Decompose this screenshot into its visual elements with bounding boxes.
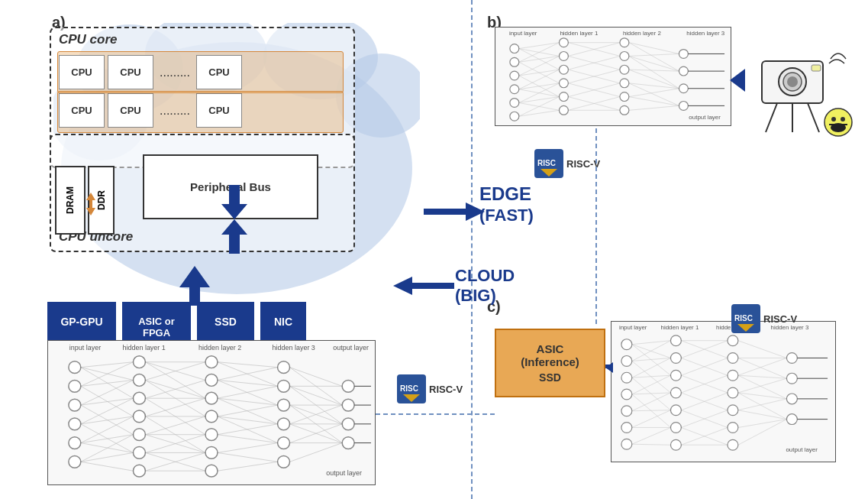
svg-point-132 bbox=[559, 38, 568, 47]
svg-line-263 bbox=[738, 393, 787, 420]
svg-point-126 bbox=[510, 44, 519, 53]
svg-text:hidden layer 3: hidden layer 3 bbox=[686, 30, 724, 37]
svg-point-220 bbox=[786, 373, 797, 384]
svg-line-87 bbox=[218, 362, 278, 368]
svg-point-144 bbox=[679, 50, 688, 59]
edge-label: EDGE (FAST) bbox=[479, 183, 534, 225]
svg-line-185 bbox=[629, 83, 679, 106]
risc-v-logo-c: RISC RISC-V bbox=[731, 304, 797, 333]
svg-line-178 bbox=[629, 43, 679, 71]
svg-point-131 bbox=[510, 112, 519, 121]
svg-line-265 bbox=[738, 410, 787, 420]
svg-line-177 bbox=[629, 43, 679, 54]
svg-point-34 bbox=[205, 392, 218, 404]
asic-inference-label: ASIC(Inference) bbox=[521, 342, 579, 368]
svg-point-207 bbox=[670, 370, 681, 381]
svg-point-209 bbox=[670, 405, 681, 416]
svg-point-27 bbox=[133, 392, 145, 404]
svg-line-288 bbox=[766, 103, 777, 132]
upward-arrow-main bbox=[176, 266, 214, 309]
svg-line-266 bbox=[738, 420, 787, 428]
svg-line-180 bbox=[629, 56, 679, 71]
svg-point-219 bbox=[786, 353, 797, 364]
svg-marker-10 bbox=[221, 185, 247, 219]
svg-point-20 bbox=[69, 380, 81, 392]
svg-text:RISC: RISC bbox=[734, 314, 753, 322]
svg-point-201 bbox=[621, 389, 632, 400]
svg-text:output layer: output layer bbox=[326, 469, 362, 477]
svg-line-187 bbox=[629, 97, 679, 106]
svg-point-198 bbox=[621, 339, 632, 350]
cpu-box-1-1: CPU bbox=[59, 55, 105, 89]
svg-point-208 bbox=[670, 387, 681, 398]
svg-line-182 bbox=[629, 70, 679, 71]
svg-point-140 bbox=[620, 65, 629, 74]
svg-line-262 bbox=[738, 393, 787, 399]
svg-point-28 bbox=[133, 410, 145, 423]
nn-b-to-camera-arrow bbox=[730, 69, 753, 95]
svg-point-212 bbox=[728, 335, 738, 346]
svg-line-264 bbox=[738, 399, 787, 410]
svg-marker-9 bbox=[221, 219, 247, 254]
svg-rect-7 bbox=[89, 200, 92, 208]
svg-line-227 bbox=[632, 358, 671, 361]
svg-point-203 bbox=[621, 423, 632, 433]
svg-point-215 bbox=[728, 387, 738, 398]
cpu-core-label: CPU core bbox=[59, 32, 118, 47]
svg-line-92 bbox=[218, 386, 278, 398]
svg-point-25 bbox=[133, 356, 145, 368]
svg-line-79 bbox=[145, 416, 205, 435]
svg-line-88 bbox=[218, 362, 278, 387]
cpu-uncore-box: CPU uncore DRAM DDR Peripheral Bus bbox=[50, 134, 355, 252]
svg-point-37 bbox=[205, 447, 218, 459]
svg-point-145 bbox=[679, 66, 688, 76]
svg-point-31 bbox=[133, 465, 145, 477]
svg-point-128 bbox=[510, 71, 519, 80]
cpu-row-2: CPU CPU ......... CPU bbox=[59, 93, 242, 128]
svg-line-257 bbox=[738, 358, 787, 378]
svg-marker-12 bbox=[424, 203, 485, 221]
svg-point-286 bbox=[787, 76, 798, 87]
svg-point-136 bbox=[559, 92, 568, 102]
cpu-box-1-3: CPU bbox=[196, 55, 242, 89]
svg-marker-11 bbox=[179, 266, 210, 306]
svg-point-139 bbox=[620, 52, 629, 61]
svg-text:hidden layer 2: hidden layer 2 bbox=[623, 30, 661, 37]
svg-text:output layer: output layer bbox=[786, 446, 818, 453]
svg-line-240 bbox=[632, 444, 671, 445]
vertical-divider bbox=[471, 0, 473, 499]
svg-line-229 bbox=[632, 358, 671, 377]
svg-line-255 bbox=[738, 341, 787, 358]
svg-point-24 bbox=[69, 455, 81, 468]
svg-point-42 bbox=[278, 418, 290, 430]
svg-text:input layer: input layer bbox=[509, 30, 537, 37]
cpu-row-1: CPU CPU ......... CPU bbox=[59, 55, 242, 89]
cloud-left-arrow bbox=[389, 275, 454, 300]
svg-line-76 bbox=[145, 398, 205, 416]
cpu-dots-2: ......... bbox=[156, 104, 193, 118]
svg-point-127 bbox=[510, 57, 519, 66]
svg-text:hidden layer 3: hidden layer 3 bbox=[273, 344, 315, 352]
svg-point-19 bbox=[69, 361, 81, 374]
dotted-line-b-c bbox=[595, 128, 598, 330]
svg-point-21 bbox=[69, 399, 81, 411]
ddr-label: DDR bbox=[96, 190, 107, 210]
svg-line-106 bbox=[290, 386, 343, 405]
svg-text:RISC: RISC bbox=[400, 384, 418, 393]
svg-point-29 bbox=[133, 429, 145, 441]
svg-text:hidden layer 1: hidden layer 1 bbox=[560, 30, 598, 37]
ssd-label-c: SSD bbox=[539, 371, 561, 384]
svg-line-261 bbox=[738, 378, 787, 393]
dram-ddr-arrow bbox=[85, 193, 97, 219]
svg-point-134 bbox=[559, 65, 568, 74]
svg-line-188 bbox=[629, 105, 679, 110]
svg-point-199 bbox=[621, 356, 632, 367]
dotted-line-a bbox=[376, 405, 498, 419]
svg-line-66 bbox=[81, 462, 134, 471]
svg-line-63 bbox=[81, 443, 134, 453]
svg-point-210 bbox=[670, 423, 681, 433]
asic-arrow-shaft bbox=[605, 365, 613, 368]
svg-line-235 bbox=[632, 393, 671, 411]
svg-marker-13 bbox=[393, 277, 454, 295]
svg-line-230 bbox=[632, 375, 671, 377]
